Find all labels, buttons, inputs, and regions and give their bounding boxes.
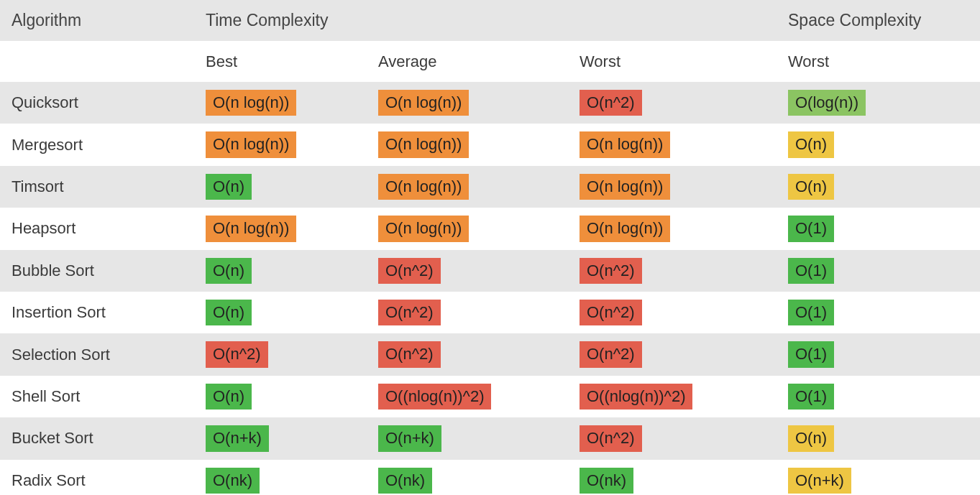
cell-worst: O(n^2) [568,417,777,459]
complexity-pill: O(1) [788,384,834,410]
complexity-pill: O(n log(n)) [206,131,296,157]
complexity-pill: O(n) [206,174,252,200]
table-row: Radix SortO(nk)O(nk)O(nk)O(n+k) [0,460,980,495]
cell-best: O(nk) [194,460,367,495]
algorithm-name: Timsort [0,166,194,208]
header-space-worst: Worst [777,41,980,82]
complexity-pill: O(n+k) [206,425,269,451]
complexity-pill: O(n log(n)) [206,216,296,241]
complexity-pill: O(n^2) [580,425,642,451]
complexity-pill: O(n log(n)) [206,90,296,116]
cell-space: O(1) [777,292,980,333]
table-row: MergesortO(n log(n))O(n log(n))O(n log(n… [0,124,980,165]
algorithm-name: Selection Sort [0,333,194,375]
cell-worst: O(n^2) [568,333,777,375]
cell-avg: O(nk) [367,460,568,495]
complexity-pill: O((nlog(n))^2) [378,384,491,410]
complexity-pill: O(1) [788,300,834,325]
cell-avg: O(n+k) [367,417,568,459]
table-row: Shell SortO(n)O((nlog(n))^2)O((nlog(n))^… [0,376,980,417]
cell-space: O(1) [777,208,980,249]
table-row: QuicksortO(n log(n))O(n log(n))O(n^2)O(l… [0,82,980,124]
table-row: Bubble SortO(n)O(n^2)O(n^2)O(1) [0,250,980,292]
cell-space: O(n) [777,166,980,208]
complexity-pill: O(1) [788,216,834,241]
complexity-pill: O(n) [788,131,834,157]
header-best: Best [194,41,367,82]
complexity-pill: O(log(n)) [788,90,866,116]
cell-space: O(n) [777,417,980,459]
cell-best: O(n) [194,376,367,417]
complexity-pill: O(n) [788,425,834,451]
header-algorithm: Algorithm [0,0,194,41]
complexity-pill: O(n) [206,300,252,325]
cell-avg: O(n log(n)) [367,208,568,249]
cell-worst: O(n log(n)) [568,124,777,165]
algorithm-name: Bubble Sort [0,250,194,292]
complexity-pill: O(n log(n)) [580,174,670,200]
complexity-pill: O(n log(n)) [378,216,469,241]
table-row: Insertion SortO(n)O(n^2)O(n^2)O(1) [0,292,980,333]
complexity-pill: O(n^2) [378,258,441,284]
cell-space: O(1) [777,376,980,417]
algorithm-name: Quicksort [0,82,194,124]
cell-best: O(n log(n)) [194,82,367,124]
complexity-pill: O(n+k) [788,468,851,494]
complexity-pill: O(n^2) [378,341,441,367]
cell-avg: O(n^2) [367,333,568,375]
complexity-pill: O(n^2) [378,300,441,325]
header-blank [0,41,194,82]
cell-space: O(n+k) [777,460,980,495]
header-row-2: Best Average Worst Worst [0,41,980,82]
table-row: TimsortO(n)O(n log(n))O(n log(n))O(n) [0,166,980,208]
cell-worst: O((nlog(n))^2) [568,376,777,417]
algorithm-name: Heapsort [0,208,194,249]
table-row: HeapsortO(n log(n))O(n log(n))O(n log(n)… [0,208,980,249]
cell-avg: O(n log(n)) [367,124,568,165]
cell-best: O(n) [194,292,367,333]
complexity-pill: O(n+k) [378,425,441,451]
header-row-1: Algorithm Time Complexity Space Complexi… [0,0,980,41]
cell-space: O(1) [777,333,980,375]
complexity-pill: O(n) [206,258,252,284]
header-average: Average [367,41,568,82]
header-worst: Worst [568,41,777,82]
complexity-pill: O(nk) [378,468,432,494]
cell-worst: O(n^2) [568,82,777,124]
complexity-pill: O(n log(n)) [580,216,670,241]
header-space: Space Complexity [777,0,980,41]
complexity-pill: O(n log(n)) [378,174,469,200]
algorithm-name: Mergesort [0,124,194,165]
complexity-pill: O(n log(n)) [378,90,469,116]
complexity-pill: O((nlog(n))^2) [580,384,692,410]
complexity-pill: O(n^2) [580,300,642,325]
complexity-pill: O(1) [788,341,834,367]
cell-best: O(n^2) [194,333,367,375]
cell-worst: O(n^2) [568,250,777,292]
cell-avg: O(n log(n)) [367,166,568,208]
cell-space: O(1) [777,250,980,292]
cell-space: O(log(n)) [777,82,980,124]
complexity-pill: O(nk) [580,468,633,494]
algorithm-name: Shell Sort [0,376,194,417]
cell-best: O(n log(n)) [194,208,367,249]
cell-avg: O(n^2) [367,250,568,292]
complexity-pill: O(n) [206,384,252,410]
algorithm-name: Insertion Sort [0,292,194,333]
cell-avg: O(n^2) [367,292,568,333]
complexity-pill: O(n log(n)) [580,131,670,157]
complexity-pill: O(n^2) [580,341,642,367]
complexity-pill: O(1) [788,258,834,284]
complexity-pill: O(n^2) [580,90,642,116]
complexity-pill: O(nk) [206,468,260,494]
cell-space: O(n) [777,124,980,165]
cell-best: O(n) [194,250,367,292]
complexity-pill: O(n) [788,174,834,200]
cell-worst: O(n log(n)) [568,208,777,249]
header-time: Time Complexity [194,0,777,41]
complexity-pill: O(n^2) [580,258,642,284]
table-row: Selection SortO(n^2)O(n^2)O(n^2)O(1) [0,333,980,375]
cell-worst: O(n^2) [568,292,777,333]
cell-best: O(n) [194,166,367,208]
algorithm-name: Bucket Sort [0,417,194,459]
